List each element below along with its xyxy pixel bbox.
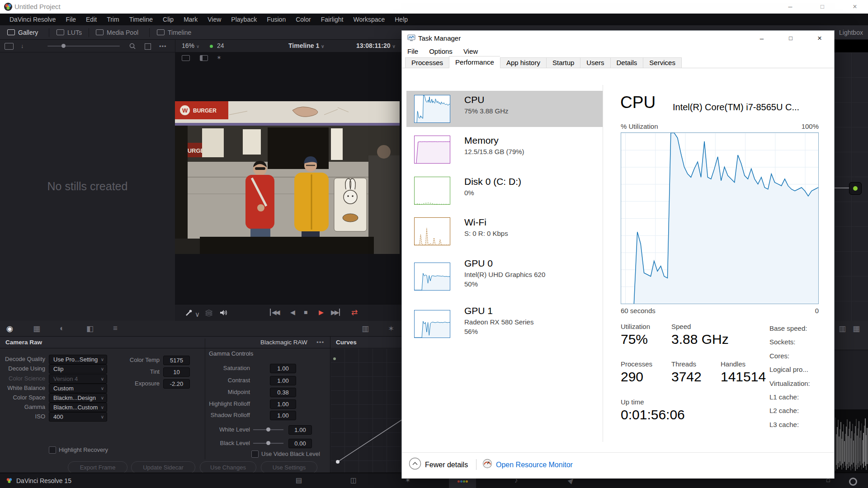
tm-maximize-button[interactable]: □ <box>776 31 805 46</box>
tm-sidebar-item-cpu[interactable]: CPU75% 3.88 GHz <box>406 91 603 127</box>
palette-icon-1[interactable]: ◉ <box>6 324 13 333</box>
palette-right-icon-2[interactable]: ✶ <box>388 324 394 333</box>
gc-input-contrast[interactable]: 1.00 <box>270 376 296 385</box>
panel-toggle-icon[interactable] <box>5 43 14 50</box>
settings-gear-icon[interactable] <box>849 478 857 486</box>
tm-sidebar-item-gpu0[interactable]: GPU 0Intel(R) UHD Graphics 62050% <box>406 254 603 298</box>
tm-tab-details[interactable]: Details <box>610 57 643 68</box>
gc-input-saturation[interactable]: 1.00 <box>270 364 296 373</box>
tm-tab-startup[interactable]: Startup <box>546 57 580 68</box>
cr-select-decode-quality[interactable]: Use Pro...Setting∨ <box>49 355 107 364</box>
cr-input-exposure[interactable]: -2.20 <box>163 379 190 389</box>
tm-tab-app-history[interactable]: App history <box>500 57 546 68</box>
use-changes-button[interactable]: Use Changes <box>200 461 256 474</box>
timeline-toggle-button[interactable]: Timeline <box>157 25 191 39</box>
menu-item-trim[interactable]: Trim <box>102 16 124 23</box>
menu-item-fusion[interactable]: Fusion <box>262 16 291 23</box>
tm-close-button[interactable]: × <box>805 31 834 46</box>
menu-item-mark[interactable]: Mark <box>179 16 203 23</box>
split-view-icon[interactable] <box>200 55 208 61</box>
go-to-start-button[interactable]: ◀◀ <box>270 309 279 316</box>
cr-select-decode-using[interactable]: Clip∨ <box>49 364 107 374</box>
grab-still-icon[interactable]: ↓ <box>21 42 24 49</box>
update-sidecar-button[interactable]: Update Sidecar <box>131 461 195 474</box>
tm-cpu-graph[interactable] <box>621 132 819 304</box>
cr-select-white-balance[interactable]: Custom∨ <box>49 384 107 393</box>
right-panel-icon-1[interactable]: ▥ <box>839 324 846 333</box>
media-pool-button[interactable]: Media Pool <box>96 25 138 39</box>
palette-right-icon-1[interactable]: ▥ <box>362 324 369 333</box>
use-video-black-level-checkbox[interactable] <box>251 450 259 458</box>
tm-sidebar-item-gpu1[interactable]: GPU 1Radeon RX 580 Series56% <box>406 302 603 346</box>
tm-menu-options[interactable]: Options <box>429 47 463 55</box>
media-page-icon[interactable]: ▤ <box>293 476 304 484</box>
curve-point[interactable] <box>336 460 340 464</box>
resource-monitor-icon[interactable] <box>482 459 492 469</box>
tm-sidebar-item-wifi[interactable]: Wi-FiS: 0 R: 0 Kbps <box>406 213 603 249</box>
highlight-recovery-checkbox[interactable] <box>49 446 56 454</box>
tm-title-bar[interactable]: Task Manager – □ × <box>402 31 834 46</box>
layers-icon[interactable] <box>205 310 213 316</box>
gc-slider-knob[interactable] <box>266 427 270 432</box>
menu-item-workspace[interactable]: Workspace <box>348 16 390 23</box>
cr-select-color-space[interactable]: Blackm...Design∨ <box>49 393 107 403</box>
open-resource-monitor-link[interactable]: Open Resource Monitor <box>496 461 573 469</box>
curve-node[interactable] <box>849 182 862 195</box>
eyedropper-icon[interactable] <box>185 309 193 317</box>
menu-item-color[interactable]: Color <box>291 16 316 23</box>
os-close-button[interactable]: × <box>848 2 862 12</box>
os-maximize-button[interactable]: □ <box>816 2 829 12</box>
cr-select-iso[interactable]: 400∨ <box>49 412 107 422</box>
curve-point[interactable] <box>333 357 336 360</box>
expand-icon[interactable] <box>145 43 151 50</box>
right-panel-icon-2[interactable]: ▦ <box>853 324 860 333</box>
tm-tab-processes[interactable]: Processes <box>405 57 449 68</box>
gc-slider-knob[interactable] <box>266 441 270 445</box>
step-back-button[interactable]: ◀ <box>290 309 295 316</box>
fewer-details-icon[interactable] <box>409 457 421 470</box>
gc-slider-value[interactable]: 0.00 <box>288 439 312 448</box>
play-button[interactable]: ▶ <box>319 309 324 316</box>
use-settings-button[interactable]: Use Settings <box>261 461 317 474</box>
camera-raw-more-icon[interactable]: ••• <box>316 339 324 346</box>
timecode-display[interactable]: 13:08:11:20 ∨ <box>356 42 396 49</box>
palette-icon-2[interactable]: ▦ <box>33 324 40 333</box>
tm-minimize-button[interactable]: – <box>747 31 776 46</box>
stop-button[interactable]: ■ <box>304 309 307 316</box>
timeline-name-select[interactable]: Timeline 1 ∨ <box>288 42 324 49</box>
export-frame-button[interactable]: Export Frame <box>68 461 127 474</box>
menu-item-edit[interactable]: Edit <box>81 16 102 23</box>
enhance-icon[interactable]: ✶ <box>217 54 222 61</box>
cr-input-color-temp[interactable]: 5175 <box>163 356 190 365</box>
tm-sidebar-item-disk[interactable]: Disk 0 (C: D:)0% <box>406 173 603 209</box>
gc-input-highlight-rolloff[interactable]: 1.00 <box>270 399 296 409</box>
fewer-details-button[interactable]: Fewer details <box>425 461 468 469</box>
curves-grid[interactable] <box>330 348 402 473</box>
luts-button[interactable]: LUTs <box>57 25 82 39</box>
gc-input-midpoint[interactable]: 0.38 <box>270 388 296 397</box>
menu-item-playback[interactable]: Playback <box>226 16 262 23</box>
tm-menu-file[interactable]: File <box>407 47 429 55</box>
tm-sidebar-item-memory[interactable]: Memory12.5/15.8 GB (79%) <box>406 131 603 168</box>
tm-menu-view[interactable]: View <box>463 47 489 55</box>
gc-slider-value[interactable]: 1.00 <box>288 425 312 435</box>
eyedropper-chevron-icon[interactable]: ∨ <box>195 310 200 319</box>
edit-page-icon[interactable]: ◫ <box>348 476 359 484</box>
blackmagic-raw-tab[interactable]: Blackmagic RAW <box>260 339 307 346</box>
cr-input-tint[interactable]: 10 <box>163 367 190 377</box>
thumb-size-slider-knob[interactable] <box>61 44 66 48</box>
menu-item-help[interactable]: Help <box>390 16 413 23</box>
menu-item-file[interactable]: File <box>61 16 81 23</box>
cr-select-gamma[interactable]: Blackm...Custom∨ <box>49 403 107 412</box>
menu-item-view[interactable]: View <box>203 16 226 23</box>
menu-item-timeline[interactable]: Timeline <box>124 16 158 23</box>
menu-item-clip[interactable]: Clip <box>158 16 179 23</box>
gallery-button[interactable]: Gallery <box>7 25 38 39</box>
viewer-mode-icon[interactable] <box>182 55 190 61</box>
palette-icon-4[interactable]: ◧ <box>86 324 94 333</box>
go-to-end-button[interactable]: ▶▶ <box>331 309 340 316</box>
palette-icon-5[interactable]: ≡ <box>113 324 118 333</box>
lightbox-button[interactable]: Lightbox <box>839 25 863 39</box>
tm-tab-performance[interactable]: Performance <box>449 56 500 68</box>
gc-input-shadow-rolloff[interactable]: 1.00 <box>270 411 296 420</box>
